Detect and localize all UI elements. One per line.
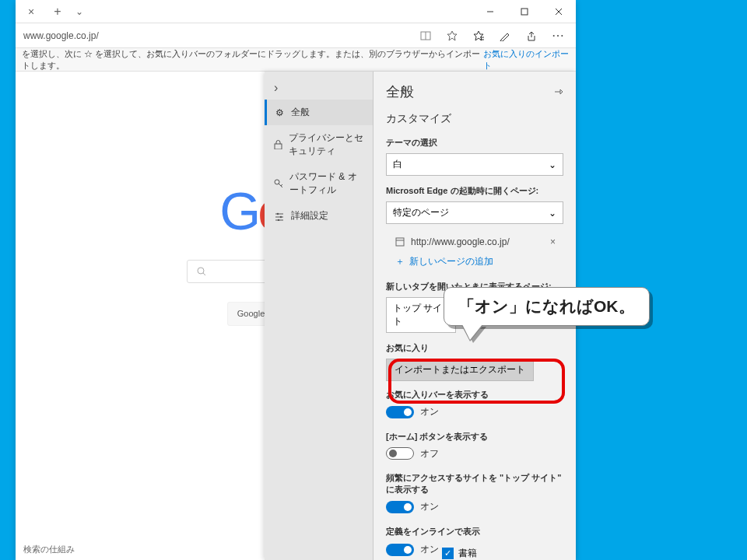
books-checkbox[interactable]: ✓: [442, 548, 454, 559]
nav-item-advanced[interactable]: 詳細設定: [265, 203, 373, 229]
favbar-state: オン: [420, 405, 439, 418]
customize-heading: カスタマイズ: [386, 112, 563, 126]
theme-select[interactable]: 白 ⌄: [386, 153, 563, 176]
favorites-list-icon[interactable]: [465, 24, 492, 47]
nav-item-privacy[interactable]: プライバシーとセキュリティ: [265, 125, 373, 164]
topsites-toggle-label: 頻繁にアクセスするサイトを "トップ サイト" に表示する: [386, 472, 563, 495]
svg-point-20: [280, 215, 282, 217]
gear-icon: ⚙: [274, 107, 285, 118]
inline-state: オン: [420, 543, 439, 556]
favbar-toggle-label: お気に入りバーを表示する: [386, 389, 563, 401]
more-icon[interactable]: ⋯: [545, 24, 571, 47]
startup-label: Microsoft Edge の起動時に開くページ:: [386, 185, 563, 197]
favbar-hint-text: を選択し、次に ☆ を選択して、お気に入りバーのフォルダーにドラッグします。また…: [22, 48, 481, 72]
page-icon: [395, 237, 405, 247]
home-state: オフ: [420, 447, 439, 460]
svg-line-14: [279, 184, 282, 187]
tab-dropdown[interactable]: ⌄: [68, 6, 90, 17]
url-field[interactable]: www.google.co.jp/: [20, 30, 412, 41]
topsites-setting: 頻繁にアクセスするサイトを "トップ サイト" に表示する オン: [386, 472, 563, 516]
favbar-toggle[interactable]: [386, 406, 414, 418]
pin-icon[interactable]: [554, 87, 563, 96]
notes-icon[interactable]: [492, 24, 518, 47]
settings-nav: › ⚙ 全般 プライバシーとセキュリティ パスワード & オートフィル 詳細設定: [265, 72, 374, 560]
inline-toggle[interactable]: [386, 544, 414, 556]
maximize-button[interactable]: [507, 0, 542, 23]
window-controls: [473, 0, 576, 23]
new-tab-button[interactable]: +: [47, 5, 68, 19]
nav-label: 詳細設定: [291, 209, 328, 222]
favorites-bar-hint: を選択し、次に ☆ を選択して、お気に入りバーのフォルダーにドラッグします。また…: [16, 48, 576, 72]
theme-label: テーマの選択: [386, 137, 563, 149]
startup-value: 特定のページ: [393, 206, 449, 219]
back-icon[interactable]: ›: [265, 76, 373, 100]
svg-marker-7: [474, 31, 483, 40]
settings-title: 全般: [386, 82, 414, 101]
chevron-down-icon: ⌄: [549, 208, 556, 219]
books-label: 書籍: [458, 547, 477, 560]
remove-page-icon[interactable]: ×: [545, 236, 560, 247]
theme-value: 白: [393, 158, 402, 171]
search-icon: [197, 267, 206, 276]
sliders-icon: [274, 212, 285, 221]
svg-line-11: [203, 273, 205, 275]
inline-toggle-label: 定義をインラインで表示: [386, 526, 563, 537]
svg-rect-1: [521, 9, 528, 15]
nav-label: 全般: [291, 106, 310, 119]
home-setting: [ホーム] ボタンを表示する オフ: [386, 431, 563, 464]
settings-header: 全般: [386, 82, 563, 101]
startup-select[interactable]: 特定のページ ⌄: [386, 201, 563, 224]
plus-icon: ＋: [395, 255, 405, 268]
nav-item-passwords[interactable]: パスワード & オートフィル: [265, 164, 373, 203]
inline-setting: 定義をインラインで表示 オン ✓ 書籍: [386, 526, 563, 560]
nav-item-general[interactable]: ⚙ 全般: [265, 100, 373, 125]
tab-close-button[interactable]: ×: [16, 5, 47, 18]
newtab-value: トップ サイト: [393, 302, 449, 328]
callout-text: 「オン」になればOK。: [444, 287, 650, 326]
svg-point-19: [277, 212, 279, 214]
reading-view-icon[interactable]: [412, 24, 439, 47]
svg-rect-12: [275, 144, 282, 149]
favbar-setting: お気に入りバーを表示する オン: [386, 389, 563, 422]
startup-page-url[interactable]: http://www.google.co.jp/: [411, 236, 510, 247]
chevron-down-icon: ⌄: [549, 159, 556, 170]
topsites-toggle[interactable]: [386, 501, 414, 513]
favorite-star-icon[interactable]: [439, 24, 465, 47]
svg-point-10: [198, 268, 204, 274]
home-toggle-label: [ホーム] ボタンを表示する: [386, 431, 563, 443]
share-icon[interactable]: [518, 24, 545, 47]
minimize-button[interactable]: [473, 0, 507, 23]
startup-page-row: http://www.google.co.jp/ ×: [386, 233, 563, 250]
footer-link[interactable]: 検索の仕組み: [23, 544, 75, 555]
svg-point-21: [278, 219, 279, 220]
add-page-label: 新しいページの追加: [409, 255, 493, 268]
key-icon: [274, 179, 283, 188]
address-bar: www.google.co.jp/ ⋯: [16, 23, 576, 48]
svg-marker-6: [447, 31, 457, 40]
nav-label: パスワード & オートフィル: [289, 170, 363, 197]
import-export-button[interactable]: インポートまたはエクスポート: [386, 359, 534, 381]
import-favorites-link[interactable]: お気に入りのインポート: [483, 48, 570, 72]
nav-label: プライバシーとセキュリティ: [289, 131, 363, 158]
svg-rect-22: [396, 238, 404, 246]
topsites-state: オン: [420, 500, 439, 513]
favorites-heading: お気に入り: [386, 342, 563, 354]
callout: 「オン」になればOK。: [444, 287, 650, 326]
svg-line-15: [281, 184, 282, 186]
lock-icon: [274, 140, 282, 149]
titlebar: × + ⌄: [16, 0, 576, 23]
add-page-link[interactable]: ＋ 新しいページの追加: [386, 250, 563, 273]
home-toggle[interactable]: [386, 447, 414, 460]
browser-window: × + ⌄ www.google.co.jp/ ⋯ を選択し、次に ☆ を選択し…: [16, 0, 576, 560]
close-window-button[interactable]: [542, 0, 576, 23]
